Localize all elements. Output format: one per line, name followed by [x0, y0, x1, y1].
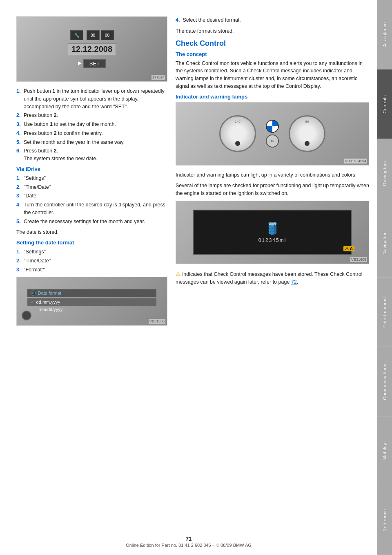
list-item: 1. Push button 1 in the turn indicator l… — [16, 87, 167, 110]
right-gauge: 80 — [289, 115, 325, 152]
page-number: 71 — [0, 536, 377, 542]
dash-set-display: SET — [83, 59, 106, 68]
left-gauge: 140 — [219, 115, 256, 152]
warning-screen: 🛢️ 012345mi — [193, 210, 352, 255]
oil-warning-icon: 🛢️ — [265, 222, 280, 235]
tab-communications[interactable]: Communications — [377, 347, 392, 416]
page-footer: 71 Online Edition for Part no. 01 41 2 6… — [0, 536, 377, 548]
via-idrive-list: 1."Settings" 2."Time/Date" 3."Date:" 4.T… — [16, 175, 167, 226]
tab-navigation[interactable]: Navigation — [377, 208, 392, 278]
tab-mobility[interactable]: Mobility — [377, 416, 392, 486]
the-concept-heading: The concept — [176, 51, 369, 57]
indicator-text2: Several of the lamps are checked for pro… — [176, 182, 369, 197]
bmw-logo-small: 🅱 — [31, 291, 36, 295]
tab-entertainment[interactable]: Entertainment — [377, 278, 392, 347]
date-format-image: 🅱 Date format ✓ dd.mm.yyyy mm/dd/yyyy VB… — [16, 277, 167, 326]
left-column: 🔧 00 00 12.12.2008 ▶ SET 177624 — [16, 16, 167, 547]
tab-driving-tips[interactable]: Driving tips — [377, 139, 392, 208]
gauge-middle: ⊕ — [260, 115, 285, 152]
dash-icon-mid1: 00 — [87, 30, 100, 40]
list-item: 2."Time/Date" — [16, 184, 167, 191]
dash-icon-mid2: 00 — [101, 30, 114, 40]
date-format-stored: The date format is stored. — [176, 27, 369, 35]
footer-text: Online Edition for Part no. 01 41 2 602 … — [126, 543, 252, 548]
via-idrive-heading: Via iDrive — [16, 166, 167, 172]
odometer-display: 012345mi — [258, 237, 287, 243]
list-item: 6. Press button 2.The system stores the … — [16, 147, 167, 163]
dashboard-image: 🔧 00 00 12.12.2008 ▶ SET 177624 — [16, 16, 167, 82]
indicator-text1: Indicator and warning lamps can light up… — [176, 171, 369, 179]
dash-icon-left: 🔧 — [70, 30, 83, 40]
format-steps-list: 1."Settings" 2."Time/Date" 3."Format:" — [16, 248, 167, 273]
steps-list: 1. Push button 1 in the turn indicator l… — [16, 87, 167, 163]
list-item: 1."Settings" — [16, 175, 167, 182]
concept-text: The Check Control monitors vehicle funct… — [176, 60, 369, 90]
image-ref-label2: VB31536 — [149, 319, 165, 324]
indicator-lamps-heading: Indicator and warning lamps — [176, 94, 369, 100]
image-ref-label3: VB31514594 — [344, 159, 367, 163]
tab-controls[interactable]: Controls — [377, 69, 392, 139]
step4-text: 4. Select the desired format. — [176, 16, 369, 24]
list-item: 5.Create the necessary settings for the … — [16, 218, 167, 226]
list-item: 1."Settings" — [16, 248, 167, 256]
warning-badge: ⚠ A — [343, 246, 354, 251]
date-stored-text: The date is stored. — [16, 228, 167, 236]
date-format-title-bar: 🅱 Date format — [27, 289, 157, 297]
tab-reference[interactable]: Reference — [377, 486, 392, 555]
list-item: 3."Date:" — [16, 192, 167, 200]
tab-at-a-glance[interactable]: At a glance — [377, 0, 392, 69]
dash-date-display: 12.12.2008 — [68, 43, 116, 55]
setting-date-format-heading: Setting the date format — [16, 239, 167, 246]
list-item: 3."Format:" — [16, 266, 167, 274]
center-display: ⊕ — [266, 134, 279, 148]
list-item: 4.Turn the controller until the desired … — [16, 201, 167, 217]
warning-note-text: ⚠ indicates that Check Control messages … — [176, 270, 369, 286]
warning-display-image: 🛢️ 012345mi ⚠ A VB31605 — [176, 201, 369, 264]
date-option-2: mm/dd/yyyy — [27, 306, 157, 313]
side-tabs: At a glance Controls Driving tips Naviga… — [377, 0, 392, 555]
image-ref-label4: VB31605 — [350, 257, 367, 262]
bmw-logo — [266, 120, 279, 133]
list-item: 2."Time/Date" — [16, 257, 167, 265]
main-content: 🔧 00 00 12.12.2008 ▶ SET 177624 — [0, 0, 377, 555]
warning-triangle-icon: ⚠ — [176, 271, 181, 277]
check-control-heading: Check Control — [176, 39, 369, 48]
right-column: 4. Select the desired format. The date f… — [176, 16, 369, 547]
page-ref-link[interactable]: 72 — [291, 279, 297, 285]
list-item: 2. Press button 2. — [16, 112, 167, 119]
list-item: 5. Set the month and the year in the sam… — [16, 139, 167, 146]
image-ref-label: 177624 — [151, 75, 165, 80]
date-option-1: ✓ dd.mm.yyyy — [27, 298, 157, 306]
list-item: 4. Press button 2 to confirm the entry. — [16, 130, 167, 137]
list-item: 3. Use button 1 to set the day of the mo… — [16, 121, 167, 128]
instrument-cluster-image: 140 ⊕ 80 — [176, 102, 369, 166]
